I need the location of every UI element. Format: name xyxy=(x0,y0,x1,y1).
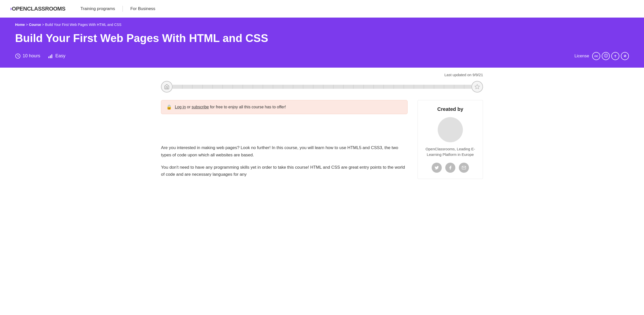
svg-rect-2 xyxy=(50,55,51,58)
sidebar-social xyxy=(423,163,478,173)
page-title: Build Your First Web Pages With HTML and… xyxy=(15,32,629,45)
progress-track xyxy=(173,85,471,89)
sidebar-author: OpenClassrooms, Leading E-Learning Platf… xyxy=(423,146,478,158)
hero-meta: 10 hours Easy License cc ⓘ xyxy=(15,52,629,60)
logo[interactable]: ›OPENCLASSROOMS xyxy=(10,6,65,12)
level-text: Easy xyxy=(55,53,65,59)
alert-text: Log in or subscribe for free to enjoy al… xyxy=(175,105,286,109)
duration-text: 10 hours xyxy=(23,53,40,59)
cc-icon: cc xyxy=(592,52,600,60)
alert-text-middle: or xyxy=(187,105,192,109)
navbar-links: Training programs For Business xyxy=(75,6,160,12)
svg-rect-1 xyxy=(49,56,49,58)
description-paragraph-2: You don't need to have any programming s… xyxy=(161,164,408,178)
course-description: Are you interested in making web pages? … xyxy=(161,144,408,178)
sidebar: Created by OpenClassrooms, Leading E-Lea… xyxy=(418,100,483,179)
navbar-divider xyxy=(123,6,123,12)
license-label: License xyxy=(574,54,589,59)
twitter-button[interactable] xyxy=(432,163,442,173)
lock-icon: 🔒 xyxy=(166,104,172,110)
hero-banner: Home > Course > Build Your First Web Pag… xyxy=(0,18,644,68)
hero-meta-right: License cc ⓘ ⊘ xyxy=(574,52,629,60)
breadcrumb: Home > Course > Build Your First Web Pag… xyxy=(15,23,629,27)
logo-text: OPENCLASSROOMS xyxy=(12,6,65,12)
breadcrumb-home[interactable]: Home xyxy=(15,23,25,27)
description-paragraph-1: Are you interested in making web pages? … xyxy=(161,144,408,159)
bar-chart-icon xyxy=(48,53,53,59)
hero-meta-left: 10 hours Easy xyxy=(15,53,65,59)
svg-rect-3 xyxy=(51,54,52,58)
sidebar-title: Created by xyxy=(423,106,478,112)
subscribe-link[interactable]: subscribe xyxy=(192,105,209,109)
alert-text-after: for free to enjoy all this course has to… xyxy=(210,105,286,109)
navbar: ›OPENCLASSROOMS Training programs For Bu… xyxy=(0,0,644,18)
duration-item: 10 hours xyxy=(15,53,40,59)
info-icon: ⓘ xyxy=(602,52,610,60)
svg-point-7 xyxy=(615,57,616,57)
nav-training-programs[interactable]: Training programs xyxy=(75,6,120,11)
sidebar-avatar xyxy=(438,117,463,142)
facebook-button[interactable] xyxy=(445,163,455,173)
license-icons: cc ⓘ ⊘ xyxy=(592,52,629,60)
main-content: Last updated on 9/9/21 🔒 Log in or xyxy=(146,68,498,189)
nav-for-business[interactable]: For Business xyxy=(125,6,160,11)
no-commercial-icon: ⊘ xyxy=(621,52,629,60)
breadcrumb-course[interactable]: Course xyxy=(29,23,41,27)
login-link[interactable]: Log in xyxy=(175,105,186,109)
alert-banner: 🔒 Log in or subscribe for free to enjoy … xyxy=(161,100,408,114)
clock-icon xyxy=(15,53,21,59)
level-item: Easy xyxy=(48,53,65,59)
last-updated: Last updated on 9/9/21 xyxy=(161,73,483,77)
svg-marker-8 xyxy=(475,84,479,89)
content-main: 🔒 Log in or subscribe for free to enjoy … xyxy=(161,100,408,184)
logo-prefix: › xyxy=(10,6,12,12)
progress-bar-container xyxy=(161,81,483,93)
share-icon xyxy=(611,52,619,60)
progress-end-icon xyxy=(471,81,483,93)
email-button[interactable] xyxy=(459,163,469,173)
progress-start-icon xyxy=(161,81,173,93)
content-layout: 🔒 Log in or subscribe for free to enjoy … xyxy=(161,100,483,184)
